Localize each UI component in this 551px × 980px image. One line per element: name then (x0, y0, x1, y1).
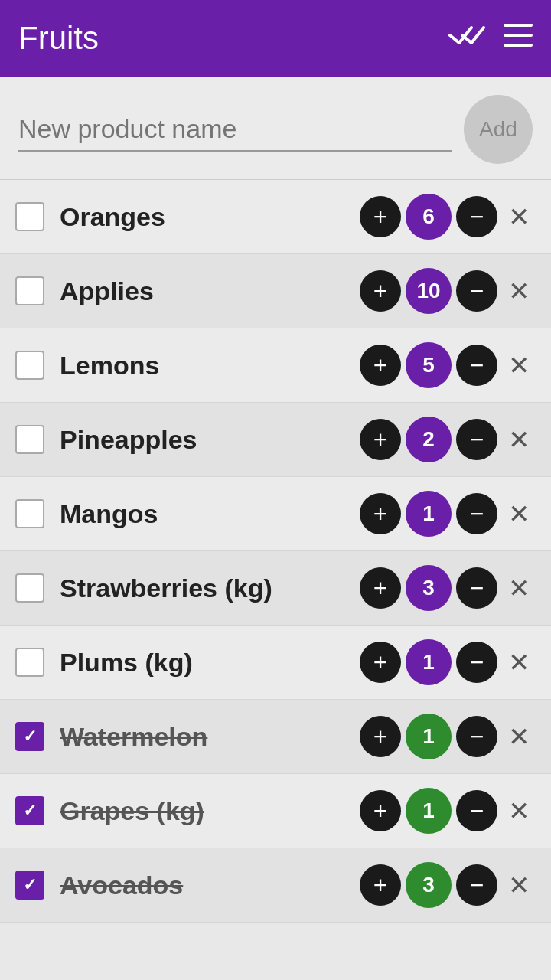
list-item: Lemons + 5 − ✕ (0, 328, 551, 403)
delete-button[interactable]: ✕ (502, 350, 536, 381)
list-item: Applies + 10 − ✕ (0, 254, 551, 328)
increment-button[interactable]: + (360, 345, 401, 386)
increment-button[interactable]: + (360, 716, 401, 757)
count-badge: 6 (406, 194, 452, 240)
header-actions (448, 23, 533, 54)
item-name: Pineapples (60, 425, 360, 455)
item-name: Applies (60, 276, 360, 306)
increment-button[interactable]: + (360, 419, 401, 460)
delete-button[interactable]: ✕ (502, 647, 536, 678)
delete-button[interactable]: ✕ (502, 424, 536, 455)
list-item: Oranges + 6 − ✕ (0, 180, 551, 254)
item-name: Grapes (kg) (60, 796, 360, 826)
fruit-list: Oranges + 6 − ✕ Applies + 10 − ✕ Lemons … (0, 180, 551, 923)
count-badge: 1 (406, 788, 452, 834)
item-checkbox[interactable] (15, 351, 44, 380)
count-badge: 1 (406, 714, 452, 760)
decrement-button[interactable]: − (456, 345, 497, 386)
delete-button[interactable]: ✕ (502, 573, 536, 603)
menu-icon[interactable] (504, 24, 533, 53)
item-controls: + 10 − ✕ (360, 268, 536, 314)
item-name: Mangos (60, 499, 360, 529)
item-checkbox[interactable] (15, 796, 44, 825)
item-checkbox[interactable] (15, 425, 44, 454)
count-badge: 1 (406, 491, 452, 537)
item-controls: + 1 − ✕ (360, 788, 536, 834)
item-checkbox[interactable] (15, 722, 44, 751)
list-item: Watermelon + 1 − ✕ (0, 700, 551, 774)
decrement-button[interactable]: − (456, 493, 497, 534)
item-controls: + 2 − ✕ (360, 416, 536, 462)
double-check-icon[interactable] (448, 23, 485, 54)
product-name-input[interactable] (18, 108, 452, 152)
count-badge: 10 (406, 268, 452, 314)
list-item: Mangos + 1 − ✕ (0, 477, 551, 551)
increment-button[interactable]: + (360, 567, 401, 609)
delete-button[interactable]: ✕ (502, 721, 536, 752)
delete-button[interactable]: ✕ (502, 201, 536, 232)
delete-button[interactable]: ✕ (502, 795, 536, 826)
item-name: Strawberries (kg) (60, 573, 360, 603)
increment-button[interactable]: + (360, 493, 401, 534)
app-header: Fruits (0, 0, 551, 77)
decrement-button[interactable]: − (456, 790, 497, 831)
item-name: Lemons (60, 351, 360, 381)
decrement-button[interactable]: − (456, 642, 497, 683)
list-item: Grapes (kg) + 1 − ✕ (0, 774, 551, 848)
decrement-button[interactable]: − (456, 864, 497, 906)
item-name: Oranges (60, 202, 360, 232)
item-checkbox[interactable] (15, 499, 44, 528)
item-checkbox[interactable] (15, 573, 44, 603)
decrement-button[interactable]: − (456, 270, 497, 312)
add-product-button[interactable]: Add (464, 95, 533, 164)
list-item: Plums (kg) + 1 − ✕ (0, 626, 551, 700)
item-controls: + 1 − ✕ (360, 714, 536, 760)
item-name: Watermelon (60, 722, 360, 752)
app-title: Fruits (18, 20, 99, 57)
item-controls: + 1 − ✕ (360, 639, 536, 685)
decrement-button[interactable]: − (456, 419, 497, 460)
count-badge: 1 (406, 639, 452, 685)
list-item: Strawberries (kg) + 3 − ✕ (0, 551, 551, 626)
decrement-button[interactable]: − (456, 196, 497, 237)
list-item: Avocados + 3 − ✕ (0, 848, 551, 923)
count-badge: 5 (406, 342, 452, 388)
item-checkbox[interactable] (15, 202, 44, 231)
item-controls: + 1 − ✕ (360, 491, 536, 537)
delete-button[interactable]: ✕ (502, 498, 536, 529)
item-controls: + 3 − ✕ (360, 862, 536, 908)
item-checkbox[interactable] (15, 871, 44, 900)
item-controls: + 3 − ✕ (360, 565, 536, 611)
item-name: Avocados (60, 871, 360, 900)
svg-rect-0 (504, 24, 533, 27)
svg-rect-2 (504, 44, 533, 47)
count-badge: 3 (406, 565, 452, 611)
item-controls: + 5 − ✕ (360, 342, 536, 388)
item-name: Plums (kg) (60, 648, 360, 678)
add-product-area: Add (0, 77, 551, 180)
increment-button[interactable]: + (360, 196, 401, 237)
delete-button[interactable]: ✕ (502, 276, 536, 306)
count-badge: 2 (406, 416, 452, 462)
increment-button[interactable]: + (360, 864, 401, 906)
svg-rect-1 (504, 34, 533, 37)
count-badge: 3 (406, 862, 452, 908)
increment-button[interactable]: + (360, 790, 401, 831)
increment-button[interactable]: + (360, 642, 401, 683)
increment-button[interactable]: + (360, 270, 401, 312)
list-item: Pineapples + 2 − ✕ (0, 403, 551, 477)
decrement-button[interactable]: − (456, 716, 497, 757)
delete-button[interactable]: ✕ (502, 870, 536, 900)
item-controls: + 6 − ✕ (360, 194, 536, 240)
item-checkbox[interactable] (15, 648, 44, 677)
decrement-button[interactable]: − (456, 567, 497, 609)
item-checkbox[interactable] (15, 276, 44, 305)
